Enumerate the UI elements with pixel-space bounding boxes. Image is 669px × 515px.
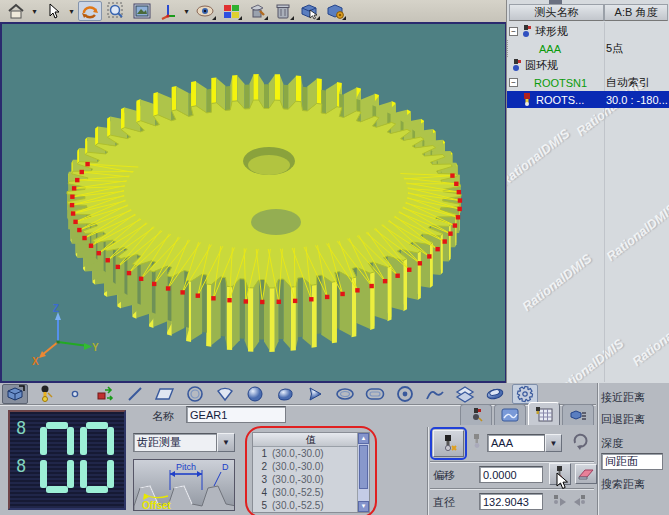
value-list-scrollbar[interactable]: ▲ ▼ (357, 433, 369, 512)
rotate-view-icon[interactable] (78, 1, 102, 21)
pitch-diagram: Pitch D Offset (133, 459, 235, 511)
tree-row-sphere-gauge[interactable]: − 球形规 (507, 23, 669, 40)
run-back-icon[interactable] (572, 494, 590, 510)
measure-mode-select[interactable]: 齿距测量 (133, 433, 217, 452)
value-list-header[interactable]: 值 (253, 433, 369, 447)
axis-z-label: Z (53, 303, 59, 314)
axis-triad: Z Y X (32, 303, 99, 367)
probe-icon (510, 59, 523, 72)
measure-mode-dropdown-button[interactable]: ▼ (217, 433, 235, 452)
probe-select[interactable]: AAA (487, 434, 545, 452)
offset-label: 偏移 (433, 468, 455, 483)
value-row[interactable]: 5(30.0,-52.5) (253, 499, 369, 512)
name-label: 名称 (152, 409, 174, 424)
offset-diagram-label: Offset (142, 500, 172, 511)
axes-dropdown-caret[interactable]: ▾ (182, 1, 191, 21)
render-tools-icon[interactable] (245, 1, 269, 21)
spacing-face-select[interactable]: 间距面 (601, 453, 663, 470)
feature-name-input[interactable]: GEAR1 (186, 406, 286, 423)
circle-icon[interactable] (182, 384, 208, 404)
expand-icon[interactable]: − (509, 27, 518, 36)
delete-icon[interactable] (271, 1, 295, 21)
probe-tree-panel: RationalDMIS RationalDMIS RationalDMIS R… (506, 0, 669, 383)
probe-build-icon[interactable] (32, 384, 58, 404)
coordinate-axes-icon[interactable] (156, 1, 180, 21)
viewport-3d[interactable]: Z Y X (0, 22, 506, 383)
pitch-label: Pitch (176, 462, 196, 472)
tree-header-angle[interactable]: A:B 角度 (604, 4, 668, 21)
probe-small-icon (470, 433, 484, 451)
tab-graphics[interactable] (494, 404, 526, 425)
ellipsoid-icon[interactable] (272, 384, 298, 404)
tree-row-probe-aaa[interactable]: AAA 5点 (507, 40, 669, 57)
gear-3d-model: Z Y X (2, 24, 504, 381)
probe-icon (520, 25, 533, 38)
rationaldmis-window: ▾ ▾ ▾ (0, 0, 669, 515)
cylinder-icon[interactable] (482, 384, 508, 404)
tree-row-rootsn1[interactable]: − ROOTSN1 自动索引 (507, 74, 669, 91)
zoom-region-icon[interactable] (104, 1, 128, 21)
value-row[interactable]: 4(30.0,-52.5) (253, 486, 369, 499)
render-colors-icon[interactable] (219, 1, 243, 21)
bottom-panel: 名称 GEAR1 8 8 齿距测量 (0, 383, 669, 515)
gear-icon[interactable] (512, 384, 538, 404)
scroll-up-icon[interactable]: ▲ (358, 433, 369, 444)
tab-probe[interactable] (460, 404, 492, 425)
solid-settings-icon[interactable] (323, 1, 347, 21)
tab-feature-list[interactable] (562, 404, 594, 425)
view-mode-icon[interactable] (193, 1, 217, 21)
feature-toolbar (2, 384, 538, 404)
gear-center-hub (251, 209, 301, 235)
d-label: D (222, 462, 229, 472)
slot-icon[interactable] (362, 384, 388, 404)
value-row[interactable]: 2(30.0,-30.0) (253, 460, 369, 473)
value-row[interactable]: 3(30.0,-30.0) (253, 473, 369, 486)
diameter-label: 直径 (433, 495, 455, 510)
measured-value-list[interactable]: 值 1(30.0,-30.0) 2(30.0,-30.0) 3(30.0,-30… (252, 432, 370, 513)
probe-icon (521, 93, 534, 106)
home-icon[interactable] (4, 1, 28, 21)
probe-manager-button[interactable] (433, 430, 464, 457)
expand-icon[interactable]: − (509, 78, 518, 87)
offset-input[interactable]: 0.0000 (479, 466, 543, 483)
solid-icon[interactable] (2, 384, 28, 404)
run-forward-icon[interactable] (551, 494, 569, 510)
line-icon[interactable] (122, 384, 148, 404)
value-row[interactable]: 1(30.0,-30.0) (253, 447, 369, 460)
depth-label: 深度 (601, 436, 669, 451)
tree-row-roots-selected[interactable]: ROOTS... 30.0 : -180... (507, 91, 669, 108)
fit-view-icon[interactable] (130, 1, 154, 21)
scroll-down-icon[interactable]: ▼ (358, 501, 369, 512)
tree-row-ring-gauge[interactable]: 圆环规 (507, 57, 669, 74)
counter-digits (10, 412, 124, 508)
clear-eraser-button[interactable] (575, 464, 597, 484)
probe-select-dropdown-button[interactable]: ▼ (545, 434, 562, 452)
cone-icon[interactable] (302, 384, 328, 404)
diameter-input[interactable]: 132.9043 (479, 493, 543, 510)
cursor-select-icon[interactable] (41, 1, 65, 21)
path-params-panel: 接近距离 回退距离 深度 间距面 搜索距离 (601, 383, 669, 515)
axis-x-label: X (32, 356, 39, 367)
tab-measure-table[interactable] (528, 402, 560, 425)
approach-distance-label: 接近距离 (601, 390, 669, 405)
retract-distance-label: 回退距离 (601, 412, 669, 427)
plane-icon[interactable] (152, 384, 178, 404)
mouse-cursor (556, 472, 570, 490)
point-icon[interactable] (62, 384, 88, 404)
arc-icon[interactable] (212, 384, 238, 404)
tree-header-probe-name[interactable]: 测头名称 (509, 4, 604, 21)
move-point-icon[interactable] (92, 384, 118, 404)
ring-icon[interactable] (392, 384, 418, 404)
refresh-icon[interactable] (570, 431, 590, 453)
curve-icon[interactable] (422, 384, 448, 404)
sphere-icon[interactable] (242, 384, 268, 404)
search-distance-label: 搜索距离 (601, 477, 669, 492)
home-dropdown-caret[interactable]: ▾ (30, 1, 39, 21)
scrollbar-thumb[interactable] (359, 445, 368, 489)
parallel-planes-icon[interactable] (452, 384, 478, 404)
solid-select-icon[interactable] (297, 1, 321, 21)
cursor-dropdown-caret[interactable]: ▾ (67, 1, 76, 21)
ellipse-icon[interactable] (332, 384, 358, 404)
point-counter-display: 8 8 (8, 410, 126, 510)
axis-y-label: Y (92, 342, 99, 353)
